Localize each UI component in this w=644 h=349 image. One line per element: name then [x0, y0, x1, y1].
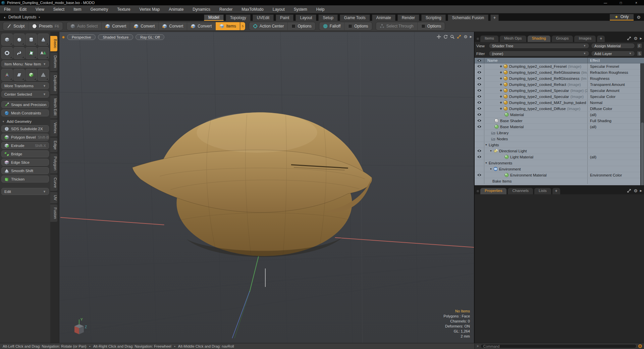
polygon-bevel-button[interactable]: Polygon BevelShift-B	[1, 134, 49, 141]
shader-tree-row-dumpling-type2-cooked-specular[interactable]: +Dumpling_type2_cooked_Specular(Image) (…	[475, 88, 644, 94]
sidebar-tab-deform[interactable]: Deform	[50, 52, 57, 71]
panel-tab-groups[interactable]: Groups	[552, 36, 573, 42]
expand-triangle-icon[interactable]: ▼	[490, 150, 492, 152]
sidebar-tab-vertex[interactable]: Vertex	[50, 119, 57, 137]
window-minimize-button[interactable]: —	[598, 0, 613, 5]
add-properties-tab[interactable]: +	[552, 188, 560, 194]
menu-animate[interactable]: Animate	[169, 7, 183, 12]
shader-tree-row-dumpling-type2-cooked-reflglossiness[interactable]: +Dumpling_type2_cooked_ReflGlossiness(Im…	[475, 76, 644, 82]
shader-tree-row-material[interactable]: Material(all)▼	[475, 112, 644, 118]
sidebar-tab-uv[interactable]: UV	[50, 192, 57, 203]
menu-file[interactable]: File	[4, 7, 10, 12]
shader-tree-row-dumpling-type2-cooked-mat-bump-baked[interactable]: +Dumpling_type2_cooked_MAT_bump_baked ..…	[475, 100, 644, 106]
properties-tab-properties[interactable]: Properties	[480, 188, 506, 194]
expand-gray-icon[interactable]	[627, 189, 631, 193]
viewport-canvas[interactable]: Y Z	[59, 32, 474, 343]
visibility-eye-icon[interactable]	[477, 101, 482, 104]
shader-tree-row-dumpling-type2-cooked-diffuse[interactable]: +Dumpling_type2_cooked_Diffuse(Image)Dif…	[475, 106, 644, 112]
sidebar-tab-fusion[interactable]: Fusion	[50, 204, 57, 222]
name-column-header[interactable]: Name	[484, 58, 587, 63]
primitive-cone-button[interactable]	[38, 34, 49, 46]
add-layout-tab[interactable]: +	[490, 14, 499, 21]
layout-tab-paint[interactable]: Paint	[276, 14, 293, 21]
expand-plus-icon[interactable]: +	[500, 94, 502, 99]
menu-select[interactable]: Select	[53, 7, 64, 12]
visibility-eye-icon[interactable]	[477, 113, 482, 116]
toolbar-convert-button[interactable]: Convert	[130, 22, 159, 30]
toolbar-select-through-button[interactable]: Select Through	[376, 22, 418, 30]
scrollbar-thumb[interactable]	[641, 122, 644, 186]
primitive-torus-button[interactable]	[1, 47, 13, 59]
thicken-button[interactable]: Thicken	[1, 176, 49, 183]
default-layouts-dropdown[interactable]: ▲ Default Layouts ▾	[0, 15, 43, 19]
shader-tree-row-light-material[interactable]: Light Material(all)▼	[475, 154, 644, 160]
add-geometry-header[interactable]: ▼Add Geometry	[1, 118, 49, 124]
gear-icon[interactable]: ⚙	[634, 188, 638, 193]
toolbar-sculpt-button[interactable]: Sculpt	[3, 22, 29, 30]
gear-icon[interactable]: ⚙	[637, 15, 641, 20]
toolbar-action-center-button[interactable]: Action Center	[249, 22, 288, 30]
window-maximize-button[interactable]: □	[613, 0, 629, 5]
menu-texture[interactable]: Texture	[117, 7, 130, 12]
only-button[interactable]: ★ Only	[610, 14, 634, 20]
toolbar-convert-button[interactable]: Convert	[159, 22, 187, 30]
visibility-eye-icon[interactable]	[477, 83, 482, 86]
panel-menu-icon[interactable]	[477, 190, 479, 192]
primitive-cube-button[interactable]	[1, 34, 13, 46]
panel-tab-shading[interactable]: Shading	[528, 36, 550, 42]
edge-slice-button[interactable]: Edge Slice	[1, 159, 49, 166]
viewport-perspective-button[interactable]: Perspective	[67, 34, 96, 40]
snaps-and-precision-button[interactable]: Snaps and Precision	[1, 101, 49, 108]
gear-icon[interactable]: ⚙	[634, 36, 638, 41]
play-icon[interactable]: ▶	[640, 189, 642, 192]
expand-gray-icon[interactable]	[627, 36, 631, 41]
gear-icon[interactable]: ⚙	[464, 34, 468, 39]
item-menu-dropdown[interactable]: Item Menu: New Item▼	[1, 60, 49, 67]
panel-tab-images[interactable]: Images	[574, 36, 596, 42]
shader-tree-row-dumpling-type2-cooked-fresnel[interactable]: +Dumpling_type2_cooked_Fresnel(Image)Spe…	[475, 63, 644, 69]
center-selected-dropdown[interactable]: Center Selected▼	[1, 91, 49, 98]
layout-tab-scripting[interactable]: Scripting	[421, 14, 446, 21]
viewport-ray-gl-off-button[interactable]: Ray GL: Off	[136, 34, 164, 40]
command-input[interactable]	[480, 344, 637, 348]
expand-plus-icon[interactable]: +	[500, 88, 502, 93]
visibility-eye-icon[interactable]	[477, 95, 482, 98]
smooth-shift-button[interactable]: Smooth Shift	[1, 167, 49, 174]
layout-tab-uvedit[interactable]: UVEdit	[253, 14, 274, 21]
toolbar-convert-button[interactable]: Convert	[102, 22, 130, 30]
expand-plus-icon[interactable]: +	[500, 70, 502, 75]
f-button[interactable]: F	[637, 43, 642, 49]
properties-tab-lists[interactable]: Lists	[534, 188, 551, 194]
menu-dynamics[interactable]: Dynamics	[193, 7, 210, 12]
viewport-rotation-dot-icon[interactable]	[62, 36, 65, 39]
layout-tab-layout[interactable]: Layout	[296, 14, 316, 21]
toolbar-falloff-button[interactable]: Falloff	[319, 22, 344, 30]
primitive-sphere-button[interactable]	[13, 34, 25, 46]
layout-tab-topology[interactable]: Topology	[226, 14, 251, 21]
layout-tab-animate[interactable]: Animate	[372, 14, 395, 21]
zoom-icon[interactable]	[450, 35, 454, 39]
view-dropdown[interactable]: Shader Tree ▼	[489, 43, 589, 49]
toolbar-items-button[interactable]: Items	[216, 22, 240, 30]
visibility-eye-icon[interactable]	[477, 89, 482, 92]
visibility-eye-icon[interactable]	[477, 119, 482, 122]
shader-tree-row-directional-light[interactable]: ▼Directional Light	[475, 148, 644, 154]
menu-layout[interactable]: Layout	[273, 7, 285, 12]
shader-tree-row-bake-items[interactable]: Bake Items	[475, 178, 644, 184]
expand-triangle-icon[interactable]: ▼	[485, 162, 487, 164]
shader-tree-row-dumpling-type2-cooked-refract[interactable]: +Dumpling_type2_cooked_Refract(Image)Tra…	[475, 82, 644, 88]
tool-plane-mesh-button[interactable]	[13, 69, 25, 81]
sds-subdivide-2x-button[interactable]: SDS Subdivide 2X	[1, 125, 49, 132]
primitive-text-tool-button[interactable]: A&	[38, 47, 49, 59]
panel-tab-items[interactable]: Items	[480, 36, 498, 42]
maximize-icon[interactable]	[457, 35, 461, 39]
shader-tree-row-lights[interactable]: ▼Lights	[475, 142, 644, 148]
more-transforms-dropdown[interactable]: More Transforms▼	[1, 82, 49, 89]
toolbar-options-button[interactable]: Options	[418, 22, 445, 30]
visibility-eye-icon[interactable]	[477, 107, 482, 110]
expand-plus-icon[interactable]: +	[500, 100, 502, 105]
sidebar-tab-duplicate[interactable]: Duplicate	[50, 72, 57, 94]
assign-material-button[interactable]: Assign Material	[591, 43, 635, 49]
effect-column-header[interactable]: Effect	[587, 58, 644, 63]
visibility-eye-icon[interactable]	[477, 173, 482, 177]
